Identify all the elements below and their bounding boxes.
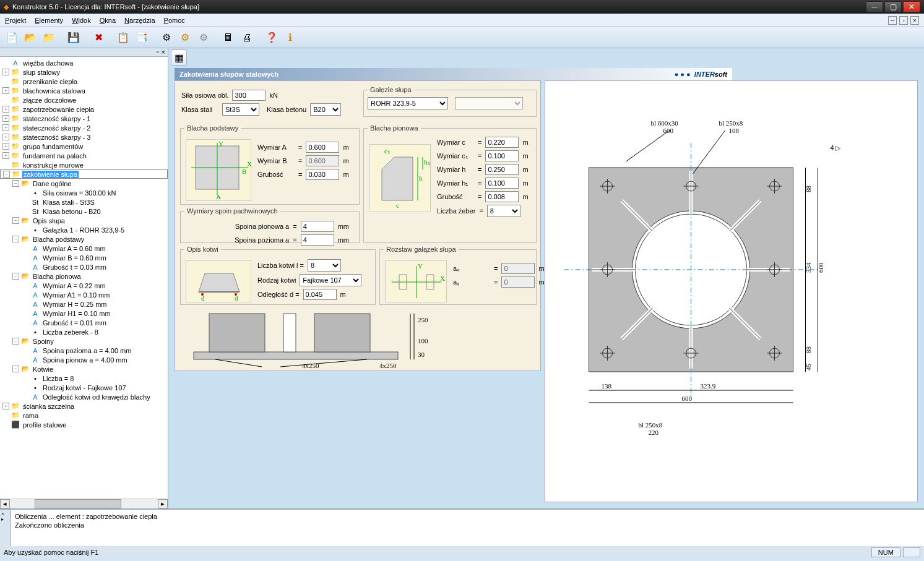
tree-row[interactable]: −📂Kotwie (0, 364, 168, 374)
tree-toggle-icon[interactable]: − (12, 236, 19, 242)
tree-row[interactable]: AGrubość t = 0.03 mm (0, 262, 168, 272)
tree-row[interactable]: +📁stateczność skarpy - 3 (0, 132, 168, 142)
tree-row[interactable]: ASpoina pionow a = 4.00 mm (0, 355, 168, 364)
grubosc2-input[interactable] (485, 191, 519, 202)
wymiar-h-input[interactable] (485, 164, 519, 175)
spoina-pion-input[interactable] (301, 221, 334, 232)
galezie-select[interactable]: ROHR 323,9-5 (368, 97, 448, 109)
tree-row[interactable]: •Liczba = 8 (0, 374, 168, 383)
maximize-button[interactable]: ▢ (884, 1, 902, 12)
tree-row[interactable]: −📁zakotwienie słupa (0, 169, 168, 179)
tree-row[interactable]: AWymiar A = 0.22 mm (0, 281, 168, 290)
tree-row[interactable]: 📁złącze doczołowe (0, 95, 168, 105)
scroll-thumb[interactable] (35, 499, 121, 508)
tree-row[interactable]: −📂Blacha pionowa (0, 272, 168, 281)
gear1-button[interactable]: ⚙ (158, 30, 175, 46)
tree-row[interactable]: +📁stateczność skarpy - 1 (0, 114, 168, 123)
open-button[interactable]: 📂 (22, 30, 38, 46)
tree-hscroll[interactable]: ◂ ▸ (0, 499, 168, 508)
galezie-select2[interactable] (455, 97, 523, 109)
tree-row[interactable]: StKlasa betonu - B20 (0, 207, 168, 216)
help-button[interactable]: ❓ (264, 30, 280, 46)
tree-row[interactable]: AWymiar H1 = 0.10 mm (0, 309, 168, 318)
tree-toggle-icon[interactable]: + (2, 143, 9, 150)
tree-close-icon[interactable]: × (162, 48, 165, 56)
tree-row[interactable]: •Rodzaj kotwi - Fajkowe 107 (0, 383, 168, 392)
new-button[interactable]: 📄 (4, 30, 20, 46)
view-toggle-button[interactable]: ▦ (171, 49, 187, 66)
tree-row[interactable]: +📁fundament na palach (0, 151, 168, 160)
menu-pomoc[interactable]: Pomoc (164, 17, 185, 24)
tree-toggle-icon[interactable]: + (2, 134, 9, 140)
liczba-zeber-select[interactable]: 8 (487, 205, 520, 217)
tree-pin-icon[interactable]: ▫ (157, 48, 159, 56)
minimize-button[interactable]: ─ (866, 1, 883, 12)
tree-toggle-icon[interactable]: + (2, 106, 9, 113)
tree-row[interactable]: AWymiar A = 0.60 mm (0, 244, 168, 253)
tree-toggle-icon[interactable]: + (2, 115, 9, 122)
tree-row[interactable]: ASpoina pozioma a = 4.00 mm (0, 346, 168, 355)
tree-toggle-icon[interactable]: − (12, 366, 19, 372)
tree-row[interactable]: AOdległość kotwi od krawędzi blachy (0, 392, 168, 401)
odleglosc-input[interactable] (303, 289, 337, 300)
tree-toggle-icon[interactable]: + (2, 152, 9, 159)
tree-row[interactable]: −📂Opis słupa (0, 216, 168, 225)
menu-elementy[interactable]: Elementy (35, 17, 63, 24)
menu-okna[interactable]: Okna (100, 17, 116, 24)
calc-button[interactable]: 🖩 (220, 30, 236, 46)
tree-row[interactable]: AWymiar H = 0.25 mm (0, 299, 168, 309)
tree-row[interactable]: •Siła osiowa = 300.00 kN (0, 188, 168, 197)
tree-row[interactable]: +📁zapotrzebowanie ciepła (0, 105, 168, 114)
tree-toggle-icon[interactable]: + (2, 403, 9, 409)
project-tree[interactable]: Awięźba dachowa+📁słup stalowy📁przenikani… (0, 57, 168, 499)
print-button[interactable]: 🖨 (239, 30, 255, 46)
spoina-poz-input[interactable] (301, 234, 334, 246)
tree-row[interactable]: +📁stateczność skarpy - 2 (0, 123, 168, 132)
scroll-right-button[interactable]: ▸ (158, 499, 168, 508)
tree-row[interactable]: 📁rama (0, 411, 168, 420)
tree-row[interactable]: ⬛profile stalowe (0, 420, 168, 429)
rodzaj-kotwi-select[interactable]: Fajkowe 107 (300, 274, 361, 286)
wymiar-c-input[interactable] (485, 137, 519, 148)
tree-toggle-icon[interactable]: − (12, 217, 19, 224)
tree-row[interactable]: •Gałązka 1 - ROHR 323,9-5 (0, 225, 168, 234)
tree-row[interactable]: −📂Blacha podstawy (0, 234, 168, 244)
tree-row[interactable]: +📁ścianka szczelna (0, 401, 168, 411)
wymiar-c1-input[interactable] (485, 150, 519, 161)
mdi-minimize-button[interactable]: ─ (888, 16, 897, 25)
tree-toggle-icon[interactable]: − (12, 180, 19, 187)
tree-row[interactable]: Awięźba dachowa (0, 58, 168, 67)
tree-row[interactable]: +📁blachownica stalowa (0, 86, 168, 95)
tree-row[interactable]: AWymiar B = 0.60 mm (0, 253, 168, 262)
liczba-kotwi-select[interactable]: 8 (308, 259, 341, 272)
gear3-button[interactable]: ⚙ (196, 30, 212, 46)
tree-row[interactable]: +📁grupa fundamentów (0, 142, 168, 151)
tree-row[interactable]: −📂Dane ogólne (0, 179, 168, 188)
tree-row[interactable]: •Liczba żeberek - 8 (0, 327, 168, 336)
open2-button[interactable]: 📁 (41, 30, 57, 46)
tree-row[interactable]: +📁słup stalowy (0, 67, 168, 77)
close-button[interactable]: ✕ (903, 1, 920, 12)
menu-widok[interactable]: Widok (72, 17, 91, 24)
mdi-restore-button[interactable]: ▫ (899, 16, 908, 25)
doc1-button[interactable]: 📋 (115, 30, 131, 46)
tree-row[interactable]: 📁przenikanie ciepła (0, 77, 168, 86)
delete-button[interactable]: ✖ (90, 30, 106, 46)
gear2-button[interactable]: ⚙ (177, 30, 193, 46)
tree-toggle-icon[interactable]: − (12, 338, 19, 345)
mdi-close-button[interactable]: × (910, 16, 919, 25)
tree-row[interactable]: −📂Spoiny (0, 336, 168, 346)
menu-projekt[interactable]: Projekt (5, 17, 26, 24)
tree-row[interactable]: 📁konstrukcje murowe (0, 160, 168, 169)
tree-row[interactable]: StKlasa stali - St3S (0, 197, 168, 207)
tree-toggle-icon[interactable]: − (12, 273, 19, 280)
tree-row[interactable]: AWymiar A1 = 0.10 mm (0, 290, 168, 299)
doc2-button[interactable]: 📑 (134, 30, 150, 46)
info-button[interactable]: ℹ (282, 30, 298, 46)
grubosc-input[interactable] (306, 169, 339, 180)
output-close-strip[interactable]: ×▸ (0, 510, 11, 546)
scroll-left-button[interactable]: ◂ (0, 499, 10, 508)
menu-narzedzia[interactable]: Narzędzia (124, 17, 155, 24)
tree-row[interactable]: AGrubość t = 0.01 mm (0, 318, 168, 327)
tree-toggle-icon[interactable]: − (3, 171, 10, 178)
